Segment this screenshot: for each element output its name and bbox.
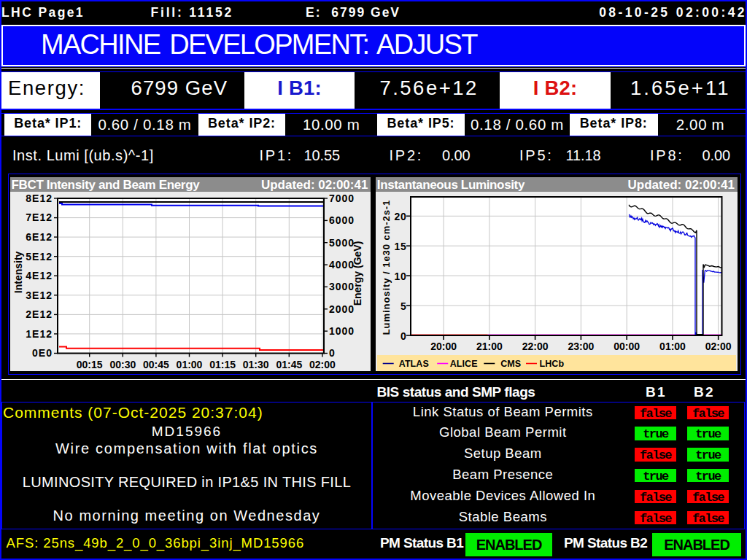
svg-text:15: 15 (395, 241, 407, 252)
svg-text:6E12: 6E12 (26, 231, 53, 243)
svg-text:01:00: 01:00 (177, 359, 203, 370)
svg-text:1000: 1000 (329, 325, 355, 337)
svg-text:Intensity: Intensity (12, 251, 24, 293)
svg-text:01:30: 01:30 (243, 359, 269, 370)
svg-text:5E12: 5E12 (26, 251, 53, 262)
svg-text:22:00: 22:00 (522, 341, 549, 352)
svg-text:20: 20 (395, 211, 407, 222)
svg-text:00:15: 00:15 (77, 359, 103, 370)
svg-text:6000: 6000 (329, 214, 355, 226)
svg-text:20:00: 20:00 (430, 341, 457, 352)
svg-text:10: 10 (395, 271, 407, 282)
svg-text:Energy (GeV): Energy (GeV) (352, 241, 363, 306)
svg-text:00:00: 00:00 (614, 341, 640, 352)
svg-text:LHCb: LHCb (540, 359, 565, 369)
svg-text:21:00: 21:00 (476, 341, 503, 352)
svg-text:01:45: 01:45 (276, 359, 302, 370)
svg-text:0: 0 (329, 347, 336, 359)
svg-text:01:00: 01:00 (659, 341, 686, 352)
svg-text:CMS: CMS (500, 359, 521, 369)
svg-text:5000: 5000 (329, 237, 355, 249)
svg-text:4000: 4000 (329, 259, 355, 271)
svg-text:02:00: 02:00 (705, 341, 732, 352)
svg-text:5: 5 (400, 300, 406, 312)
svg-text:2000: 2000 (329, 303, 355, 315)
svg-text:8E12: 8E12 (26, 192, 53, 204)
svg-text:0: 0 (400, 330, 406, 342)
svg-text:1E12: 1E12 (26, 328, 53, 340)
svg-text:23:00: 23:00 (568, 341, 595, 352)
svg-text:4E12: 4E12 (26, 270, 53, 281)
svg-text:00:30: 00:30 (109, 359, 136, 370)
svg-text:2E12: 2E12 (26, 308, 53, 320)
svg-text:7000: 7000 (329, 192, 355, 204)
svg-text:01:15: 01:15 (209, 359, 236, 370)
svg-text:3000: 3000 (329, 281, 355, 292)
svg-text:ATLAS: ATLAS (399, 359, 429, 369)
svg-text:Luminosity / 1e30 cm-2s-1: Luminosity / 1e30 cm-2s-1 (381, 200, 392, 335)
svg-text:02:00: 02:00 (309, 359, 336, 370)
svg-text:3E12: 3E12 (26, 289, 53, 301)
svg-text:7E12: 7E12 (26, 211, 53, 223)
svg-text:0E0: 0E0 (32, 347, 53, 359)
svg-text:ALICE: ALICE (450, 359, 478, 369)
svg-text:00:45: 00:45 (143, 359, 169, 370)
